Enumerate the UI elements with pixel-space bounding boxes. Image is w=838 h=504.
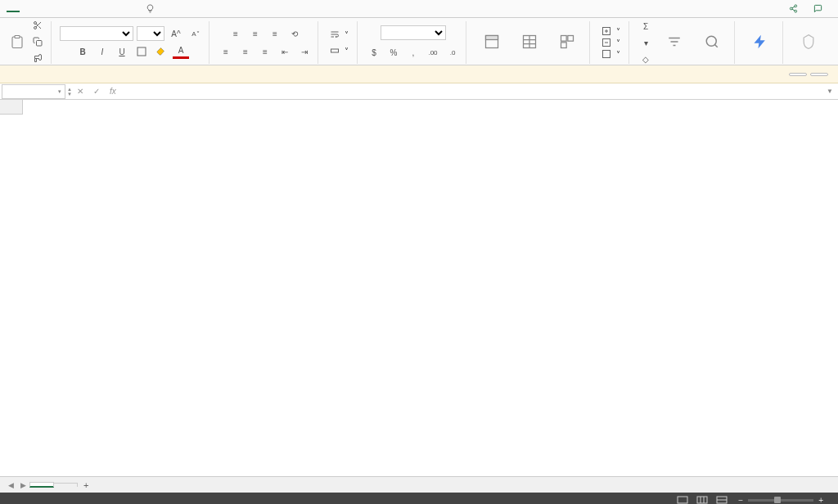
fx-icon[interactable]: fx — [105, 87, 121, 96]
fill-icon[interactable]: ▾ — [638, 35, 654, 50]
svg-point-18 — [706, 36, 716, 46]
bold-button[interactable]: B — [74, 44, 91, 59]
tab-home[interactable] — [7, 6, 20, 12]
conditional-format-button[interactable] — [475, 34, 509, 52]
copy-icon[interactable] — [29, 34, 46, 49]
cond-fmt-icon — [484, 34, 500, 50]
clear-icon[interactable]: ◇ — [638, 52, 654, 66]
increase-decimal-icon[interactable]: .00 — [425, 45, 441, 60]
font-color-button[interactable]: A — [173, 44, 189, 59]
formula-bar-row: ▾ ▲▼ ✕ ✓ fx ▼ — [0, 83, 838, 100]
ideas-icon — [752, 34, 768, 50]
align-center-icon[interactable]: ≡ — [237, 44, 254, 59]
page-break-view-icon[interactable] — [713, 494, 731, 504]
align-middle-icon[interactable]: ≡ — [247, 26, 264, 41]
sheet-tabs-bar: ◀ ▶ + — [0, 476, 838, 493]
format-table-button[interactable] — [512, 34, 547, 52]
add-sheet-button[interactable]: + — [77, 480, 95, 490]
font-size-select[interactable] — [137, 26, 164, 41]
recovery-message-bar — [0, 65, 838, 83]
tab-draw[interactable] — [33, 7, 46, 11]
tab-formulas[interactable] — [59, 7, 72, 11]
ideas-button[interactable] — [743, 34, 777, 52]
delete-icon — [601, 38, 611, 47]
wrap-merge-group: ˅ ˅ — [322, 21, 358, 64]
comma-icon[interactable]: , — [405, 45, 421, 60]
tab-data[interactable] — [72, 7, 85, 11]
svg-point-5 — [34, 27, 37, 29]
sheet-tab-regression[interactable] — [29, 482, 54, 488]
svg-rect-17 — [603, 51, 610, 58]
tab-chart-design[interactable] — [111, 7, 124, 11]
comments-button[interactable] — [807, 2, 831, 15]
autosum-icon[interactable]: Σ — [638, 19, 654, 34]
number-format-select[interactable] — [381, 25, 446, 40]
align-bottom-icon[interactable]: ≡ — [267, 26, 283, 41]
tell-me[interactable] — [146, 4, 157, 13]
svg-rect-6 — [37, 41, 43, 47]
zoom-out-button[interactable]: − — [738, 496, 743, 505]
svg-rect-7 — [137, 47, 146, 56]
fill-color-button[interactable] — [153, 44, 169, 59]
svg-point-1 — [790, 7, 792, 10]
cancel-formula-icon[interactable]: ✕ — [72, 87, 88, 96]
svg-rect-20 — [697, 497, 707, 503]
tab-nav-next[interactable]: ▶ — [17, 481, 29, 489]
tab-review[interactable] — [85, 7, 98, 11]
decrease-font-icon[interactable]: A˅ — [187, 26, 204, 41]
paste-icon[interactable] — [10, 34, 25, 49]
cut-icon[interactable] — [29, 18, 46, 33]
name-box[interactable]: ▾ — [2, 84, 65, 99]
tab-format[interactable] — [124, 7, 137, 11]
increase-font-icon[interactable]: A^ — [168, 26, 184, 41]
confirm-formula-icon[interactable]: ✓ — [88, 87, 105, 96]
italic-button[interactable]: I — [94, 44, 110, 59]
cell-styles-button[interactable] — [550, 34, 584, 52]
tab-insert[interactable] — [20, 7, 33, 11]
zoom-in-button[interactable]: + — [818, 496, 823, 505]
percent-icon[interactable]: % — [385, 45, 402, 60]
decrease-indent-icon[interactable]: ⇤ — [277, 44, 293, 59]
merge-icon — [330, 46, 340, 56]
number-group: $ % , .00 .0 — [361, 21, 466, 64]
align-right-icon[interactable]: ≡ — [257, 44, 273, 59]
font-name-select[interactable] — [60, 26, 133, 41]
format-painter-icon[interactable] — [29, 51, 46, 65]
clipboard-group — [5, 21, 52, 64]
formula-input[interactable] — [121, 84, 822, 99]
ribbon: A^ A˅ B I U A ≡ ≡ ≡ ⟲ ≡ ≡ ≡ ⇤ ⇥ ˅ — [0, 18, 838, 65]
status-bar: − + — [0, 493, 838, 504]
share-button[interactable] — [782, 2, 807, 15]
svg-rect-12 — [561, 36, 567, 42]
insert-cells-button[interactable]: ˅ — [598, 25, 624, 37]
menu-bar — [0, 0, 838, 18]
format-cells-button[interactable]: ˅ — [598, 48, 624, 60]
increase-indent-icon[interactable]: ⇥ — [296, 44, 313, 59]
underline-button[interactable]: U — [114, 44, 130, 59]
tab-nav-prev[interactable]: ◀ — [5, 481, 17, 489]
currency-icon[interactable]: $ — [366, 45, 382, 60]
styles-group — [470, 21, 590, 64]
decrease-decimal-icon[interactable]: .0 — [444, 45, 461, 60]
sort-icon — [667, 34, 682, 49]
delete-cells-button[interactable]: ˅ — [598, 37, 624, 48]
wrap-text-button[interactable]: ˅ — [327, 29, 352, 40]
select-all-corner[interactable] — [0, 100, 23, 115]
align-left-icon[interactable]: ≡ — [218, 44, 234, 59]
recovery-no-button[interactable] — [810, 73, 828, 76]
normal-view-icon[interactable] — [674, 494, 692, 504]
tab-view[interactable] — [98, 7, 111, 11]
border-button[interactable] — [133, 44, 150, 59]
expand-formula-icon[interactable]: ▼ — [822, 88, 838, 95]
sheet-tab-data[interactable] — [53, 483, 78, 487]
align-top-icon[interactable]: ≡ — [228, 26, 244, 41]
zoom-slider[interactable] — [748, 499, 813, 502]
recovery-yes-button[interactable] — [789, 73, 807, 76]
merge-center-button[interactable]: ˅ — [327, 45, 352, 56]
find-select-button[interactable] — [695, 34, 729, 51]
tab-page-layout[interactable] — [46, 7, 59, 11]
orientation-icon[interactable]: ⟲ — [286, 26, 303, 41]
page-layout-view-icon[interactable] — [693, 494, 711, 504]
sensitivity-button[interactable] — [791, 34, 826, 52]
sort-filter-button[interactable] — [657, 34, 692, 51]
